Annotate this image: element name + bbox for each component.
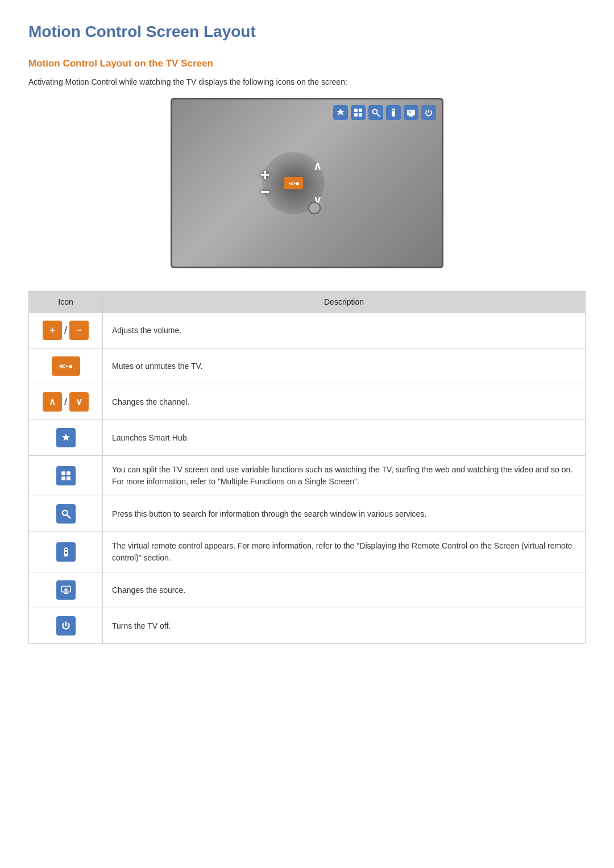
tv-source-icon — [404, 105, 418, 120]
icon-cell-mute: ≪• ■ — [29, 348, 103, 384]
svg-rect-17 — [65, 549, 67, 550]
svg-rect-3 — [359, 113, 362, 117]
channel-up-icon: ∧ — [43, 392, 62, 412]
intro-text: Activating Motion Control while watching… — [28, 77, 586, 86]
tv-search-icon — [368, 105, 383, 120]
volume-plus-icon: + — [43, 321, 62, 340]
channel-down-icon: ∨ — [69, 392, 89, 412]
tv-toolbar — [333, 105, 436, 120]
svg-rect-11 — [67, 471, 70, 475]
tv-remote-icon — [386, 105, 401, 120]
svg-rect-2 — [354, 113, 358, 117]
desc-smarthub: Launches Smart Hub. — [103, 420, 586, 456]
table-row: You can split the TV screen and use vari… — [29, 456, 586, 496]
motion-control-cross: + − ∧ ∨ ≪• ■ — [259, 149, 327, 217]
icon-cell-smarthub — [29, 420, 103, 456]
desc-channel: Changes the channel. — [103, 384, 586, 420]
table-row: Turns the TV off. — [29, 608, 586, 644]
svg-point-18 — [65, 551, 67, 553]
volume-minus-icon: − — [69, 321, 89, 340]
tv-hub-icon — [333, 105, 348, 120]
svg-rect-1 — [359, 109, 362, 112]
svg-rect-20 — [64, 593, 68, 594]
desc-multi: You can split the TV screen and use vari… — [103, 456, 586, 496]
svg-rect-7 — [392, 110, 395, 111]
svg-rect-9 — [409, 115, 413, 117]
remote-icon — [56, 542, 76, 562]
svg-rect-13 — [67, 476, 70, 480]
table-row: Changes the source. — [29, 572, 586, 608]
multi-icon — [56, 466, 76, 485]
svg-point-14 — [62, 510, 67, 516]
table-row: Launches Smart Hub. — [29, 420, 586, 456]
icon-table: Icon Description + / − Adjusts the volum… — [28, 291, 586, 644]
svg-rect-0 — [354, 109, 358, 112]
smart-hub-icon — [56, 428, 76, 447]
icon-cell-volume: + / − — [29, 313, 103, 348]
desc-remote: The virtual remote control appears. For … — [103, 532, 586, 572]
icon-cell-power — [29, 608, 103, 644]
search-icon — [56, 504, 76, 524]
tv-screen-diagram: + − ∧ ∨ ≪• ■ — [28, 98, 586, 268]
table-row: + / − Adjusts the volume. — [29, 313, 586, 348]
desc-power: Turns the TV off. — [103, 608, 586, 644]
tv-power-icon — [421, 105, 436, 120]
svg-marker-21 — [64, 588, 68, 592]
table-row: The virtual remote control appears. For … — [29, 532, 586, 572]
source-icon — [56, 580, 76, 600]
icon-cell-channel: ∧ / ∨ — [29, 384, 103, 420]
table-row: Press this button to search for informat… — [29, 496, 586, 532]
page-title: Motion Control Screen Layout — [28, 23, 586, 41]
svg-rect-10 — [61, 471, 65, 475]
table-row: ≪• ■ Mutes or unmutes the TV. — [29, 348, 586, 384]
svg-line-15 — [67, 515, 70, 518]
icon-cell-multi — [29, 456, 103, 496]
desc-mute: Mutes or unmutes the TV. — [103, 348, 586, 384]
icon-cell-search — [29, 496, 103, 532]
tv-screen: + − ∧ ∨ ≪• ■ — [171, 98, 443, 268]
svg-rect-12 — [61, 476, 65, 480]
table-row: ∧ / ∨ Changes the channel. — [29, 384, 586, 420]
svg-line-5 — [377, 114, 380, 117]
tv-multi-icon — [351, 105, 366, 120]
desc-volume: Adjusts the volume. — [103, 313, 586, 348]
svg-point-4 — [373, 110, 377, 114]
svg-rect-8 — [407, 110, 415, 115]
power-icon — [56, 616, 76, 636]
desc-search: Press this button to search for informat… — [103, 496, 586, 532]
desc-source: Changes the source. — [103, 572, 586, 608]
icon-cell-source — [29, 572, 103, 608]
icon-cell-remote — [29, 532, 103, 572]
mute-icon: ≪• ■ — [52, 356, 80, 376]
col-header-icon: Icon — [29, 292, 103, 313]
col-header-desc: Description — [103, 292, 586, 313]
section-title: Motion Control Layout on the TV Screen — [28, 58, 586, 69]
